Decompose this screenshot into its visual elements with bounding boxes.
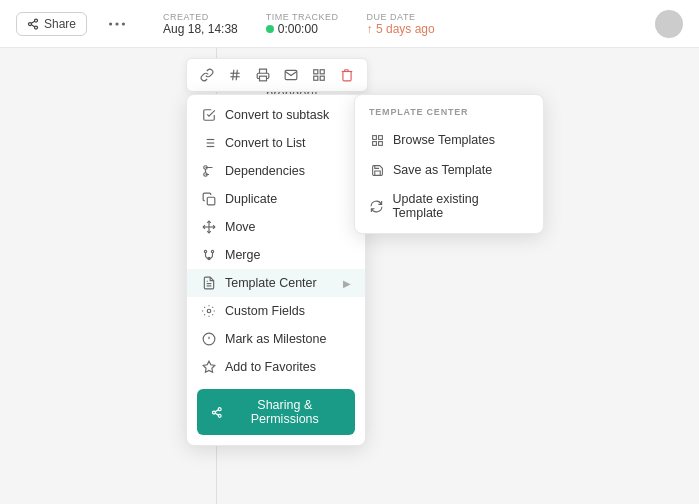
save-template-icon: [369, 162, 385, 178]
svg-line-4: [31, 21, 34, 23]
top-meta: CREATED Aug 18, 14:38 TIME TRACKED 0:00:…: [163, 12, 435, 36]
duplicate-label: Duplicate: [225, 192, 277, 206]
green-dot-icon: [266, 25, 274, 33]
custom-fields-icon: [201, 303, 217, 319]
milestone-icon: [201, 331, 217, 347]
custom-fields-label: Custom Fields: [225, 304, 305, 318]
svg-rect-25: [207, 197, 215, 205]
due-value: ↑ 5 days ago: [367, 22, 435, 36]
link-icon[interactable]: [197, 65, 217, 85]
svg-rect-43: [372, 135, 376, 139]
toolbar-icons: [186, 58, 368, 92]
convert-subtask-label: Convert to subtask: [225, 108, 329, 122]
chevron-right-icon: ▶: [343, 278, 351, 289]
submenu-template-center: TEMPLATE CENTER Browse Templates Save as…: [354, 94, 544, 234]
dropdown-menu: Convert to subtask Convert to List Depen…: [186, 94, 366, 446]
menu-item-move[interactable]: Move: [187, 213, 365, 241]
svg-point-33: [207, 309, 211, 313]
deps-icon: [201, 163, 217, 179]
svg-point-28: [204, 250, 206, 252]
main-area: brendorff by copying #1bu4f7j (You Don't…: [0, 48, 699, 504]
menu-item-dependencies[interactable]: Dependencies: [187, 157, 365, 185]
list-icon: [201, 135, 217, 151]
due-meta: DUE DATE ↑ 5 days ago: [367, 12, 435, 36]
dependencies-label: Dependencies: [225, 164, 305, 178]
menu-item-add-favorites[interactable]: Add to Favorites: [187, 353, 365, 381]
menu-item-merge[interactable]: Merge: [187, 241, 365, 269]
svg-rect-45: [372, 141, 376, 145]
menu-item-mark-milestone[interactable]: Mark as Milestone: [187, 325, 365, 353]
update-template-icon: [369, 198, 385, 214]
save-template-label: Save as Template: [393, 163, 492, 177]
browse-icon: [369, 132, 385, 148]
svg-rect-15: [314, 76, 318, 80]
svg-line-11: [236, 70, 237, 81]
created-value: Aug 18, 14:38: [163, 22, 238, 36]
hash-icon[interactable]: [225, 65, 245, 85]
created-label: CREATED: [163, 12, 238, 22]
menu-item-template-center[interactable]: Template Center ▶: [187, 269, 365, 297]
svg-line-42: [215, 409, 218, 411]
submenu-item-save-template[interactable]: Save as Template: [355, 155, 543, 185]
svg-line-3: [31, 24, 34, 26]
menu-item-duplicate[interactable]: Duplicate: [187, 185, 365, 213]
grid-icon[interactable]: [309, 65, 329, 85]
move-label: Move: [225, 220, 256, 234]
sharing-permissions-button[interactable]: Sharing & Permissions: [197, 389, 355, 435]
mark-milestone-label: Mark as Milestone: [225, 332, 326, 346]
star-icon: [201, 359, 217, 375]
submenu-header: TEMPLATE CENTER: [355, 101, 543, 125]
svg-line-10: [233, 70, 234, 81]
svg-point-6: [115, 22, 118, 25]
menu-item-convert-subtask[interactable]: Convert to subtask: [187, 101, 365, 129]
mail-icon[interactable]: [281, 65, 301, 85]
merge-icon: [201, 247, 217, 263]
svg-point-1: [29, 22, 32, 25]
svg-point-39: [212, 411, 215, 414]
avatar: [655, 10, 683, 38]
svg-marker-37: [203, 361, 215, 372]
convert-list-label: Convert to List: [225, 136, 306, 150]
menu-item-custom-fields[interactable]: Custom Fields: [187, 297, 365, 325]
svg-point-38: [218, 407, 221, 410]
subtask-icon: [201, 107, 217, 123]
svg-rect-12: [260, 76, 267, 81]
svg-point-2: [35, 26, 38, 29]
svg-rect-14: [320, 70, 324, 74]
update-template-label: Update existing Template: [393, 192, 529, 220]
browse-templates-label: Browse Templates: [393, 133, 495, 147]
due-label: DUE DATE: [367, 12, 435, 22]
merge-label: Merge: [225, 248, 260, 262]
svg-point-29: [211, 250, 213, 252]
time-value: 0:00:00: [266, 22, 339, 36]
top-bar: Share CREATED Aug 18, 14:38 TIME TRACKED…: [0, 0, 699, 48]
template-center-label: Template Center: [225, 276, 317, 290]
delete-icon[interactable]: [337, 65, 357, 85]
created-meta: CREATED Aug 18, 14:38: [163, 12, 238, 36]
print-icon[interactable]: [253, 65, 273, 85]
duplicate-icon: [201, 191, 217, 207]
template-icon: [201, 275, 217, 291]
add-favorites-label: Add to Favorites: [225, 360, 316, 374]
menu-item-convert-list[interactable]: Convert to List: [187, 129, 365, 157]
sharing-label: Sharing & Permissions: [229, 398, 341, 426]
submenu-item-update-template[interactable]: Update existing Template: [355, 185, 543, 227]
svg-point-0: [35, 19, 38, 22]
svg-rect-13: [314, 70, 318, 74]
svg-rect-44: [378, 135, 382, 139]
submenu-item-browse[interactable]: Browse Templates: [355, 125, 543, 155]
svg-point-40: [218, 414, 221, 417]
svg-point-7: [122, 22, 125, 25]
share-label: Share: [44, 17, 76, 31]
time-label: TIME TRACKED: [266, 12, 339, 22]
svg-point-5: [109, 22, 112, 25]
time-meta: TIME TRACKED 0:00:00: [266, 12, 339, 36]
svg-line-41: [215, 413, 218, 415]
svg-rect-46: [378, 141, 382, 145]
svg-rect-16: [320, 76, 324, 80]
share-button[interactable]: Share: [16, 12, 87, 36]
move-icon: [201, 219, 217, 235]
more-options-button[interactable]: [103, 10, 131, 38]
